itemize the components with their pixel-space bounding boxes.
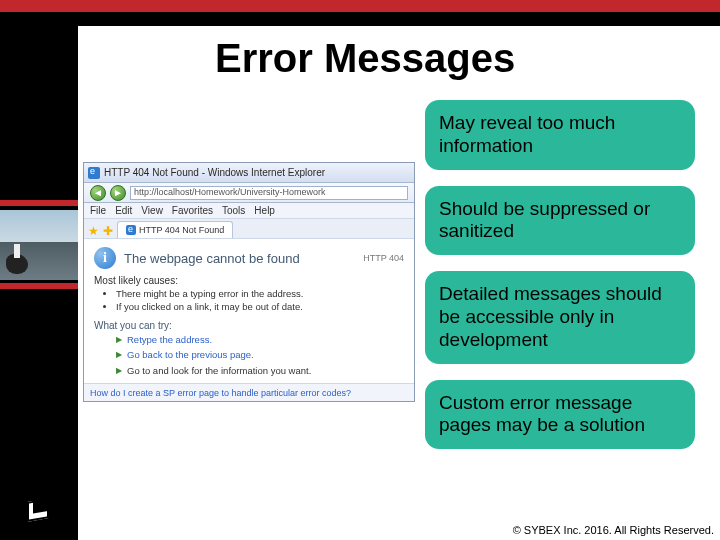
info-icon: i	[94, 247, 116, 269]
bullet-icon: ▶	[116, 350, 122, 361]
callout: Custom error message pages may be a solu…	[425, 380, 695, 450]
try-list: ▶Retype the address. ▶Go back to the pre…	[116, 334, 404, 378]
top-black-bar	[78, 12, 720, 26]
menu-file[interactable]: File	[90, 205, 106, 216]
http-status-code: HTTP 404	[363, 253, 404, 263]
browser-menubar: File Edit View Favorites Tools Help	[84, 203, 414, 219]
ie-favicon-icon	[88, 167, 100, 179]
callout: Should be suppressed or sanitized	[425, 186, 695, 256]
menu-view[interactable]: View	[141, 205, 163, 216]
logo-text: SYBEX	[12, 522, 66, 534]
tab-favicon-icon	[126, 225, 136, 235]
add-favorites-icon[interactable]: ✚	[103, 224, 113, 238]
tab-label: HTTP 404 Not Found	[139, 225, 224, 235]
thumbnail-lighthouse	[14, 244, 20, 258]
sybex-logo: SYBEX	[12, 496, 66, 534]
try-item: ▶Go back to the previous page.	[116, 349, 404, 362]
slide: Error Messages HTTP 404 Not Found - Wind…	[0, 0, 720, 540]
url-field[interactable]: http://localhost/Homework/University-Hom…	[130, 186, 408, 200]
go-back-link[interactable]: Go back to the previous page.	[127, 349, 254, 362]
statusbar-text: How do I create a SP error page to handl…	[90, 388, 351, 398]
causes-list: There might be a typing error in the add…	[116, 288, 404, 314]
menu-tools[interactable]: Tools	[222, 205, 245, 216]
bullet-icon: ▶	[116, 366, 122, 377]
browser-window: HTTP 404 Not Found - Windows Internet Ex…	[83, 162, 415, 402]
menu-help[interactable]: Help	[254, 205, 275, 216]
browser-address-bar: ◄ ► http://localhost/Homework/University…	[84, 183, 414, 203]
browser-tab[interactable]: HTTP 404 Not Found	[117, 221, 233, 238]
window-title: HTTP 404 Not Found - Windows Internet Ex…	[104, 167, 325, 178]
try-item: ▶Go to and look for the information you …	[116, 365, 404, 378]
accent-band	[0, 200, 78, 206]
error-heading: The webpage cannot be found	[124, 251, 300, 266]
callout: May reveal too much information	[425, 100, 695, 170]
callouts: May reveal too much information Should b…	[425, 100, 695, 465]
top-red-bar	[78, 0, 720, 12]
favorites-star-icon[interactable]: ★	[88, 224, 99, 238]
menu-edit[interactable]: Edit	[115, 205, 132, 216]
retype-link[interactable]: Retype the address.	[127, 334, 212, 347]
callout: Detailed messages should be accessible o…	[425, 271, 695, 363]
left-accent-column	[0, 0, 78, 540]
slide-title: Error Messages	[215, 36, 515, 81]
back-button-icon[interactable]: ◄	[90, 185, 106, 201]
goto-text: Go to and look for the information you w…	[127, 365, 311, 378]
browser-tabsbar: ★ ✚ HTTP 404 Not Found	[84, 219, 414, 239]
lighthouse-thumbnail	[0, 210, 78, 280]
cause-item: If you clicked on a link, it may be out …	[116, 301, 404, 314]
logo-cube-icon	[25, 496, 53, 520]
accent-red-top	[0, 0, 78, 12]
forward-button-icon[interactable]: ►	[110, 185, 126, 201]
browser-content: i The webpage cannot be found HTTP 404 M…	[84, 239, 414, 403]
browser-titlebar: HTTP 404 Not Found - Windows Internet Ex…	[84, 163, 414, 183]
cause-item: There might be a typing error in the add…	[116, 288, 404, 301]
menu-favorites[interactable]: Favorites	[172, 205, 213, 216]
try-label: What you can try:	[94, 320, 404, 331]
accent-band	[0, 283, 78, 289]
try-item: ▶Retype the address.	[116, 334, 404, 347]
bullet-icon: ▶	[116, 335, 122, 346]
copyright: © SYBEX Inc. 2016. All Rights Reserved.	[513, 524, 714, 536]
causes-label: Most likely causes:	[94, 275, 404, 286]
browser-statusbar: How do I create a SP error page to handl…	[84, 383, 414, 401]
